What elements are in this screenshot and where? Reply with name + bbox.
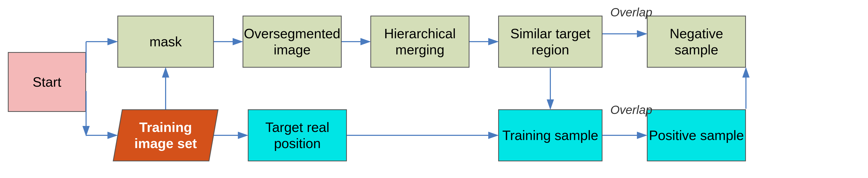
training-sample-box: Training sample: [498, 109, 602, 162]
overseg-box: Oversegmented image: [243, 15, 342, 68]
positive-label: Positive sample: [649, 127, 744, 143]
training-set-label: Training image set: [118, 119, 213, 152]
training-sample-label: Training sample: [502, 127, 598, 143]
mask-label: mask: [150, 34, 182, 50]
target-label: Target real position: [249, 119, 346, 152]
positive-box: Positive sample: [647, 109, 746, 162]
training-set-box: Training image set: [113, 109, 218, 162]
start-label: Start: [33, 74, 61, 90]
negative-label: Negative sample: [648, 26, 745, 58]
similar-box: Similar target region: [498, 15, 602, 68]
start-box: Start: [8, 52, 86, 112]
hier-box: Hierarchical merging: [370, 15, 469, 68]
diagram: Start mask Oversegmented image Hierarchi…: [0, 0, 868, 178]
overlap-top-label: Overlap: [610, 5, 652, 19]
target-box: Target real position: [248, 109, 347, 162]
hier-label: Hierarchical merging: [371, 26, 469, 58]
negative-box: Negative sample: [647, 15, 746, 68]
mask-box: mask: [117, 15, 214, 68]
overseg-label: Oversegmented image: [243, 26, 341, 58]
overlap-bottom-label: Overlap: [610, 103, 652, 117]
similar-label: Similar target region: [499, 26, 602, 58]
